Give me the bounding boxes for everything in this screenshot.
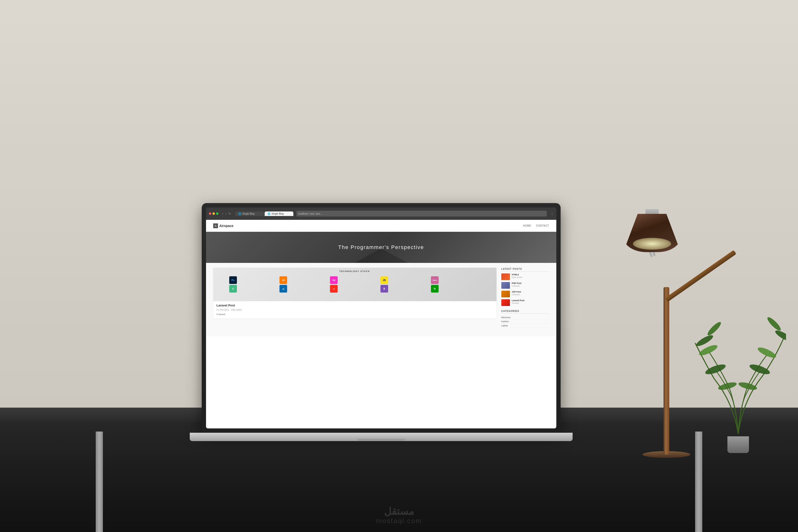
tab-favicon-1: 🌐 [238, 212, 241, 215]
watermark: مستقل mostaql.com [376, 506, 422, 525]
lamp-pole [664, 287, 669, 455]
laptop: ‹ › ↻ 🌐 Single Blog 🌐 Single Blog localh [202, 203, 560, 441]
sidebar-post-thumb-1 [501, 282, 510, 289]
post-author: Edit Author [231, 308, 242, 311]
site-hero: The Programmer's Perspective [206, 232, 556, 263]
sidebar-post-content-1: PHP Post LARAVEL [512, 282, 549, 287]
sidebar-post-0: HTML5 DATE APRIL [501, 273, 549, 280]
site-main: TECHNOLOGY STACK Ps Ai Xd JS Sass V jQ [206, 263, 556, 336]
svg-point-5 [756, 345, 777, 360]
laptop-screen-outer: ‹ › ↻ 🌐 Single Blog 🌐 Single Blog localh [202, 203, 560, 433]
svg-point-6 [704, 362, 727, 376]
post-excerpt: In laravel [216, 313, 493, 316]
sidebar-post-date-2: LARAVEL [512, 293, 549, 296]
lamp-inner-glow [633, 238, 671, 250]
hero-decorative-shape [345, 249, 417, 263]
sidebar-post-title-1: PHP Post [512, 282, 549, 284]
browser-tab-2[interactable]: 🌐 Single Blog [265, 211, 293, 216]
svg-point-3 [766, 316, 782, 332]
svg-point-9 [738, 381, 758, 391]
watermark-latin: mostaql.com [376, 517, 422, 525]
post-date: 21 JAN 2021 [216, 308, 229, 311]
category-item-2[interactable]: Laptop [501, 324, 549, 328]
post-image: TECHNOLOGY STACK Ps Ai Xd JS Sass V jQ [213, 268, 496, 301]
sidebar-post-thumb-0 [501, 273, 510, 280]
desk-leg-right [695, 432, 702, 532]
tab-favicon-2: 🌐 [267, 212, 270, 215]
tech-icon-ai: Ai [280, 276, 287, 284]
logo-icon [213, 224, 218, 228]
tech-stack-grid: Ps Ai Xd JS Sass V jQ La B N [227, 274, 482, 294]
tech-icon-xd: Xd [330, 276, 338, 284]
site-nav: Airspace HOME CONTACT [206, 220, 556, 232]
tab-label-2: Single Blog [271, 212, 284, 215]
browser-tab-1[interactable]: 🌐 Single Blog [235, 211, 264, 216]
sidebar-latest-posts-title: Latest Posts [501, 268, 549, 271]
sidebar-post-date-1: LARAVEL [512, 285, 549, 287]
site-logo-text: Airspace [220, 224, 233, 228]
address-text: localhost / cms / pos... [298, 212, 322, 215]
hero-title: The Programmer's Perspective [338, 244, 424, 250]
sidebar-post-title-2: JSP Post [512, 291, 549, 293]
tech-icon-js: JS [380, 276, 388, 284]
sidebar-post-content-2: JSP Post LARAVEL [512, 291, 549, 296]
desk-lamp [643, 243, 690, 458]
lamp-shade [623, 209, 681, 252]
tech-icon-bootstrap: B [380, 285, 388, 292]
sidebar-post-title-0: HTML5 [512, 273, 549, 276]
svg-point-1 [706, 320, 722, 337]
desk-leg-left [96, 432, 103, 532]
plant-leaves [690, 295, 786, 439]
browser-action-buttons: ⋮ [551, 212, 553, 215]
sidebar-post-3: Laravel Post IFRAME [501, 299, 549, 306]
close-button[interactable] [209, 212, 211, 215]
site-logo: Airspace [213, 224, 233, 228]
post-info: Laravel Post 21 JAN 2021 Edit Author In … [213, 301, 496, 319]
browser-tabs: 🌐 Single Blog 🌐 Single Blog [235, 211, 293, 216]
post-area: TECHNOLOGY STACK Ps Ai Xd JS Sass V jQ [213, 268, 496, 331]
tech-icon-ps: Ps [229, 276, 237, 284]
nav-home-link[interactable]: HOME [523, 224, 531, 227]
category-item-0[interactable]: Electronic [501, 316, 549, 320]
svg-point-2 [774, 329, 786, 343]
website: Airspace HOME CONTACT The Programmer's P… [206, 220, 556, 429]
sidebar-post-1: PHP Post LARAVEL [501, 282, 549, 289]
tech-icon-nginx: N [431, 285, 439, 292]
svg-point-8 [717, 381, 737, 391]
tech-icon-laravel: La [330, 285, 338, 292]
sidebar-post-title-3: Laravel Post [512, 299, 549, 302]
laptop-base [190, 433, 573, 441]
address-bar[interactable]: localhost / cms / pos... [297, 211, 547, 216]
post-title: Laravel Post [216, 304, 493, 307]
site-nav-links: HOME CONTACT [523, 224, 549, 227]
watermark-arabic: مستقل [376, 506, 422, 517]
forward-button[interactable]: › [225, 212, 226, 215]
minimize-button[interactable] [212, 212, 215, 215]
sidebar: Latest Posts HTML5 DATE APRIL [501, 268, 549, 331]
nav-contact-link[interactable]: CONTACT [536, 224, 549, 227]
plant-pot [727, 436, 749, 453]
back-button[interactable]: ‹ [222, 212, 224, 215]
sidebar-post-date-3: IFRAME [512, 302, 549, 304]
tech-icon-vue: V [229, 285, 237, 292]
sidebar-post-content-0: HTML5 DATE APRIL [512, 273, 549, 279]
post-meta: 21 JAN 2021 Edit Author [216, 308, 493, 311]
browser-chrome: ‹ › ↻ 🌐 Single Blog 🌐 Single Blog localh [206, 207, 556, 220]
tech-stack-label: TECHNOLOGY STACK [339, 270, 370, 272]
browser-navigation: ‹ › ↻ [222, 212, 231, 215]
browser-menu-icon[interactable]: ⋮ [551, 212, 553, 215]
sidebar-post-content-3: Laravel Post IFRAME [512, 299, 549, 304]
tech-icon-sass: Sass [431, 276, 439, 284]
sidebar-post-2: JSP Post LARAVEL [501, 291, 549, 297]
category-item-1[interactable]: Fashion [501, 320, 549, 324]
tech-icon-jquery: jQ [280, 285, 287, 292]
sidebar-categories: Categories Electronic Fashion Laptop [501, 310, 549, 328]
sidebar-post-date-0: DATE APRIL [512, 276, 549, 279]
post-card: TECHNOLOGY STACK Ps Ai Xd JS Sass V jQ [213, 268, 496, 319]
sidebar-latest-posts: Latest Posts HTML5 DATE APRIL [501, 268, 549, 306]
sidebar-post-thumb-3 [501, 299, 510, 306]
maximize-button[interactable] [216, 212, 218, 215]
laptop-screen-bezel: ‹ › ↻ 🌐 Single Blog 🌐 Single Blog localh [206, 207, 556, 429]
browser-window-controls [209, 212, 218, 215]
refresh-button[interactable]: ↻ [228, 212, 231, 215]
